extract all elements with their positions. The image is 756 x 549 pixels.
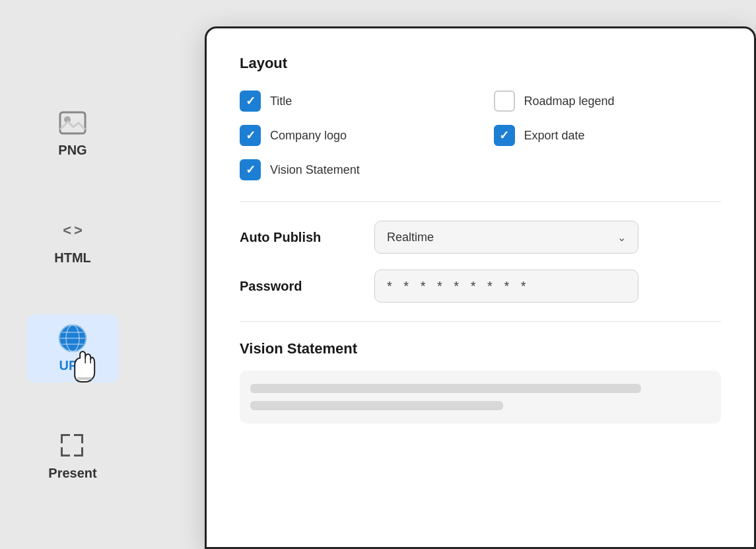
layout-section-title: Layout	[240, 55, 721, 72]
title-checkbox-row: Title	[240, 91, 467, 112]
password-value: * * * * * * * * *	[387, 279, 530, 294]
auto-publish-label: Auto Publish	[240, 230, 359, 245]
sidebar-item-png[interactable]: PNG	[26, 99, 119, 167]
vision-statement-section: Vision Statement	[240, 340, 721, 423]
svg-rect-0	[60, 112, 85, 133]
export-date-checkbox[interactable]	[494, 125, 515, 146]
layout-section: Layout Title Roadmap legend	[240, 55, 721, 180]
password-label: Password	[240, 279, 359, 294]
main-content-area: Layout Title Roadmap legend	[207, 28, 754, 547]
divider-2	[240, 321, 721, 322]
auto-publish-value: Realtime	[387, 231, 434, 244]
svg-point-2	[59, 325, 86, 351]
vision-statement-section-title: Vision Statement	[240, 340, 721, 357]
code-icon: < >	[58, 216, 87, 245]
export-date-checkbox-row: Export date	[494, 125, 722, 146]
vision-statement-checkbox-label: Vision Statement	[270, 163, 360, 177]
sidebar-item-url-label: URL	[59, 358, 86, 373]
divider-1	[240, 201, 721, 202]
auto-publish-select[interactable]: Realtime ⌄	[374, 221, 638, 254]
password-input[interactable]: * * * * * * * * *	[374, 270, 638, 303]
password-row: Password * * * * * * * * *	[240, 270, 721, 303]
company-logo-checkbox-label: Company logo	[270, 129, 347, 143]
sidebar-item-png-label: PNG	[58, 143, 86, 158]
settings-panel: Layout Title Roadmap legend	[205, 26, 756, 549]
sidebar-item-html-label: HTML	[54, 250, 91, 266]
roadmap-legend-checkbox-label: Roadmap legend	[524, 94, 615, 108]
globe-icon	[58, 324, 87, 353]
vision-statement-checkbox[interactable]	[240, 159, 261, 180]
sidebar-item-present-label: Present	[48, 466, 96, 481]
auto-publish-row: Auto Publish Realtime ⌄	[240, 221, 721, 254]
vision-text-line-1	[250, 384, 641, 393]
fullscreen-icon	[58, 431, 87, 460]
layout-checkboxes: Title Roadmap legend Company logo	[240, 91, 721, 180]
vision-text-line-2	[250, 401, 503, 410]
company-logo-checkbox-row: Company logo	[240, 125, 467, 146]
sidebar: PNG < > HTML	[26, 99, 119, 490]
export-date-checkbox-label: Export date	[524, 129, 585, 143]
vision-statement-textarea[interactable]	[240, 371, 721, 423]
svg-point-3	[66, 325, 79, 351]
sidebar-item-url[interactable]: URL	[26, 314, 119, 383]
sidebar-item-html[interactable]: < > HTML	[26, 207, 119, 275]
roadmap-legend-checkbox[interactable]	[494, 91, 515, 112]
password-control: * * * * * * * * *	[374, 270, 638, 303]
vision-statement-checkbox-row: Vision Statement	[240, 159, 467, 180]
title-checkbox-label: Title	[270, 94, 292, 108]
roadmap-legend-checkbox-row: Roadmap legend	[494, 91, 722, 112]
sidebar-item-present[interactable]: Present	[26, 422, 119, 490]
auto-publish-control: Realtime ⌄	[374, 221, 638, 254]
svg-point-7	[59, 325, 86, 351]
title-checkbox[interactable]	[240, 91, 261, 112]
company-logo-checkbox[interactable]	[240, 125, 261, 146]
image-icon	[58, 108, 87, 137]
chevron-down-icon: ⌄	[617, 231, 626, 244]
